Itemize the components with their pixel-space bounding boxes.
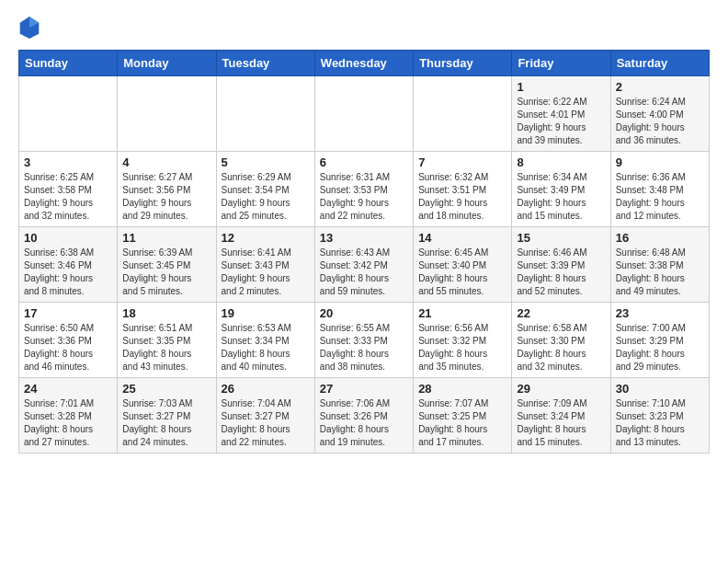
day-detail: Sunrise: 7:09 AM Sunset: 3:24 PM Dayligh… [517,397,605,449]
day-number: 28 [418,382,506,396]
calendar-cell: 24Sunrise: 7:01 AM Sunset: 3:28 PM Dayli… [19,378,118,454]
calendar-cell: 30Sunrise: 7:10 AM Sunset: 3:23 PM Dayli… [610,378,709,454]
day-number: 15 [517,231,605,245]
day-detail: Sunrise: 6:38 AM Sunset: 3:46 PM Dayligh… [24,247,112,298]
day-detail: Sunrise: 6:27 AM Sunset: 3:56 PM Dayligh… [122,171,210,223]
calendar-cell: 1Sunrise: 6:22 AM Sunset: 4:01 PM Daylig… [512,76,610,152]
calendar-cell [314,76,413,152]
day-number: 5 [222,155,310,169]
day-number: 4 [122,155,210,169]
logo-icon [18,15,40,40]
day-number: 23 [616,306,704,320]
calendar-cell: 2Sunrise: 6:24 AM Sunset: 4:00 PM Daylig… [610,76,709,152]
calendar-cell: 9Sunrise: 6:36 AM Sunset: 3:48 PM Daylig… [610,152,709,227]
day-detail: Sunrise: 6:51 AM Sunset: 3:35 PM Dayligh… [122,322,210,373]
day-detail: Sunrise: 7:03 AM Sunset: 3:27 PM Dayligh… [122,397,210,449]
day-detail: Sunrise: 6:36 AM Sunset: 3:48 PM Dayligh… [616,171,704,223]
day-detail: Sunrise: 7:01 AM Sunset: 3:28 PM Dayligh… [24,397,112,449]
calendar-cell: 8Sunrise: 6:34 AM Sunset: 3:49 PM Daylig… [512,152,610,227]
calendar-cell: 27Sunrise: 7:06 AM Sunset: 3:26 PM Dayli… [314,378,413,454]
day-detail: Sunrise: 6:31 AM Sunset: 3:53 PM Dayligh… [320,171,408,223]
day-detail: Sunrise: 6:34 AM Sunset: 3:49 PM Dayligh… [517,171,605,223]
day-number: 20 [320,306,408,320]
day-number: 29 [517,382,605,396]
day-number: 25 [122,382,210,396]
day-detail: Sunrise: 7:00 AM Sunset: 3:29 PM Dayligh… [616,322,704,373]
calendar-cell: 4Sunrise: 6:27 AM Sunset: 3:56 PM Daylig… [118,152,216,227]
header-day-saturday: Saturday [610,51,709,76]
calendar-cell: 26Sunrise: 7:04 AM Sunset: 3:27 PM Dayli… [216,378,314,454]
calendar-cell: 23Sunrise: 7:00 AM Sunset: 3:29 PM Dayli… [610,303,709,378]
day-detail: Sunrise: 6:43 AM Sunset: 3:42 PM Dayligh… [320,247,408,298]
day-detail: Sunrise: 7:10 AM Sunset: 3:23 PM Dayligh… [616,397,704,449]
calendar-cell: 13Sunrise: 6:43 AM Sunset: 3:42 PM Dayli… [314,227,413,303]
calendar-cell: 21Sunrise: 6:56 AM Sunset: 3:32 PM Dayli… [414,303,512,378]
page-header [18,15,710,40]
header-day-friday: Friday [512,51,610,76]
calendar-cell: 12Sunrise: 6:41 AM Sunset: 3:43 PM Dayli… [216,227,314,303]
day-detail: Sunrise: 6:24 AM Sunset: 4:00 PM Dayligh… [616,96,704,147]
calendar-cell: 14Sunrise: 6:45 AM Sunset: 3:40 PM Dayli… [414,227,512,303]
week-row-4: 17Sunrise: 6:50 AM Sunset: 3:36 PM Dayli… [19,303,710,378]
header-day-monday: Monday [118,51,216,76]
calendar-cell: 10Sunrise: 6:38 AM Sunset: 3:46 PM Dayli… [19,227,118,303]
day-number: 21 [418,306,506,320]
calendar-cell: 28Sunrise: 7:07 AM Sunset: 3:25 PM Dayli… [414,378,512,454]
day-detail: Sunrise: 6:22 AM Sunset: 4:01 PM Dayligh… [517,96,605,147]
day-detail: Sunrise: 6:56 AM Sunset: 3:32 PM Dayligh… [418,322,506,373]
week-row-5: 24Sunrise: 7:01 AM Sunset: 3:28 PM Dayli… [19,378,710,454]
day-number: 16 [616,231,704,245]
calendar-cell: 22Sunrise: 6:58 AM Sunset: 3:30 PM Dayli… [512,303,610,378]
day-number: 19 [222,306,310,320]
day-detail: Sunrise: 7:04 AM Sunset: 3:27 PM Dayligh… [222,397,310,449]
calendar-cell [216,76,314,152]
day-number: 24 [24,382,112,396]
header-day-tuesday: Tuesday [216,51,314,76]
day-detail: Sunrise: 6:53 AM Sunset: 3:34 PM Dayligh… [222,322,310,373]
calendar-header: SundayMondayTuesdayWednesdayThursdayFrid… [19,51,710,76]
week-row-1: 1Sunrise: 6:22 AM Sunset: 4:01 PM Daylig… [19,76,710,152]
header-day-wednesday: Wednesday [314,51,413,76]
calendar-cell: 19Sunrise: 6:53 AM Sunset: 3:34 PM Dayli… [216,303,314,378]
day-detail: Sunrise: 6:48 AM Sunset: 3:38 PM Dayligh… [616,247,704,298]
day-number: 6 [320,155,408,169]
day-number: 27 [320,382,408,396]
day-number: 9 [616,155,704,169]
day-detail: Sunrise: 6:58 AM Sunset: 3:30 PM Dayligh… [517,322,605,373]
week-row-2: 3Sunrise: 6:25 AM Sunset: 3:58 PM Daylig… [19,152,710,227]
calendar-cell: 17Sunrise: 6:50 AM Sunset: 3:36 PM Dayli… [19,303,118,378]
calendar-table: SundayMondayTuesdayWednesdayThursdayFrid… [18,50,710,454]
calendar-cell: 7Sunrise: 6:32 AM Sunset: 3:51 PM Daylig… [414,152,512,227]
week-row-3: 10Sunrise: 6:38 AM Sunset: 3:46 PM Dayli… [19,227,710,303]
calendar-cell: 5Sunrise: 6:29 AM Sunset: 3:54 PM Daylig… [216,152,314,227]
calendar-cell: 20Sunrise: 6:55 AM Sunset: 3:33 PM Dayli… [314,303,413,378]
calendar-cell: 11Sunrise: 6:39 AM Sunset: 3:45 PM Dayli… [118,227,216,303]
calendar-cell: 6Sunrise: 6:31 AM Sunset: 3:53 PM Daylig… [314,152,413,227]
day-number: 18 [122,306,210,320]
day-number: 3 [24,155,112,169]
day-number: 13 [320,231,408,245]
day-detail: Sunrise: 6:39 AM Sunset: 3:45 PM Dayligh… [122,247,210,298]
day-number: 22 [517,306,605,320]
day-detail: Sunrise: 6:29 AM Sunset: 3:54 PM Dayligh… [222,171,310,223]
day-number: 10 [24,231,112,245]
header-row: SundayMondayTuesdayWednesdayThursdayFrid… [19,51,710,76]
calendar-cell [118,76,216,152]
calendar-cell: 29Sunrise: 7:09 AM Sunset: 3:24 PM Dayli… [512,378,610,454]
day-detail: Sunrise: 7:06 AM Sunset: 3:26 PM Dayligh… [320,397,408,449]
calendar-cell: 15Sunrise: 6:46 AM Sunset: 3:39 PM Dayli… [512,227,610,303]
header-day-thursday: Thursday [414,51,512,76]
day-number: 14 [418,231,506,245]
day-number: 8 [517,155,605,169]
day-detail: Sunrise: 6:50 AM Sunset: 3:36 PM Dayligh… [24,322,112,373]
day-detail: Sunrise: 6:46 AM Sunset: 3:39 PM Dayligh… [517,247,605,298]
day-detail: Sunrise: 6:41 AM Sunset: 3:43 PM Dayligh… [222,247,310,298]
calendar-body: 1Sunrise: 6:22 AM Sunset: 4:01 PM Daylig… [19,76,710,454]
header-day-sunday: Sunday [19,51,118,76]
day-detail: Sunrise: 7:07 AM Sunset: 3:25 PM Dayligh… [418,397,506,449]
day-number: 7 [418,155,506,169]
day-detail: Sunrise: 6:45 AM Sunset: 3:40 PM Dayligh… [418,247,506,298]
day-number: 17 [24,306,112,320]
day-detail: Sunrise: 6:25 AM Sunset: 3:58 PM Dayligh… [24,171,112,223]
day-number: 11 [122,231,210,245]
